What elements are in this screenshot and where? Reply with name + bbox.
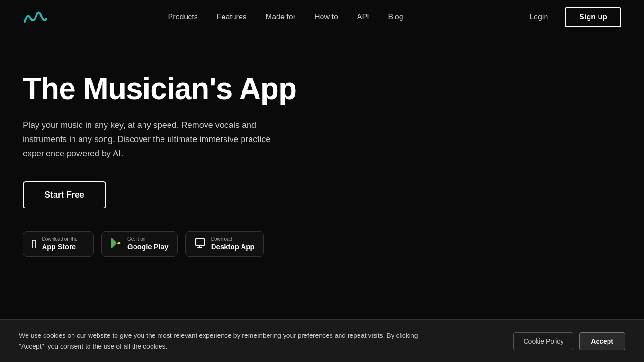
hero-subtitle: Play your music in any key, at any speed… xyxy=(23,118,288,161)
nav-links: Products Features Made for How to API Bl… xyxy=(168,13,403,21)
nav-item-features[interactable]: Features xyxy=(217,13,247,21)
google-play-small-text: Get It on xyxy=(127,236,169,242)
signup-button[interactable]: Sign up xyxy=(565,7,621,27)
login-button[interactable]: Login xyxy=(524,9,554,25)
cookie-banner: We use cookies on our website to give yo… xyxy=(0,319,644,362)
cookie-actions: Cookie Policy Accept xyxy=(513,332,625,350)
hero-title: The Musician's App xyxy=(23,72,309,105)
nav-item-made-for[interactable]: Made for xyxy=(266,13,295,21)
app-store-small-text: Download on the xyxy=(42,236,78,242)
nav-item-products[interactable]: Products xyxy=(168,13,198,21)
accept-button[interactable]: Accept xyxy=(579,332,625,350)
nav-link-blog[interactable]: Blog xyxy=(388,13,403,21)
google-play-button[interactable]: Get It on Google Play xyxy=(101,231,178,257)
desktop-app-button[interactable]: Download Desktop App xyxy=(185,231,264,257)
nav-link-made-for[interactable]: Made for xyxy=(266,13,295,21)
google-play-icon xyxy=(110,237,122,251)
apple-icon:  xyxy=(32,238,36,250)
cookie-text: We use cookies on our website to give yo… xyxy=(19,330,426,352)
nav-item-blog[interactable]: Blog xyxy=(388,13,403,21)
nav-item-how-to[interactable]: How to xyxy=(314,13,338,21)
nav-actions: Login Sign up xyxy=(524,7,621,27)
nav-item-api[interactable]: API xyxy=(357,13,369,21)
hero-section: The Musician's App Play your music in an… xyxy=(0,34,331,285)
desktop-app-big-text: Desktop App xyxy=(211,242,255,252)
nav-link-api[interactable]: API xyxy=(357,13,369,21)
download-row:  Download on the App Store Get It on Go… xyxy=(23,231,309,257)
cookie-policy-button[interactable]: Cookie Policy xyxy=(513,332,573,350)
app-store-big-text: App Store xyxy=(42,242,78,252)
logo[interactable] xyxy=(23,9,47,26)
google-play-big-text: Google Play xyxy=(127,242,169,252)
nav-link-how-to[interactable]: How to xyxy=(314,13,338,21)
logo-icon xyxy=(23,9,47,26)
nav-link-products[interactable]: Products xyxy=(168,13,198,21)
start-free-button[interactable]: Start Free xyxy=(23,181,106,208)
svg-rect-0 xyxy=(195,239,205,245)
app-store-button[interactable]:  Download on the App Store xyxy=(23,231,94,257)
desktop-app-small-text: Download xyxy=(211,236,255,242)
navbar: Products Features Made for How to API Bl… xyxy=(0,0,644,34)
monitor-icon xyxy=(194,237,206,251)
nav-link-features[interactable]: Features xyxy=(217,13,247,21)
